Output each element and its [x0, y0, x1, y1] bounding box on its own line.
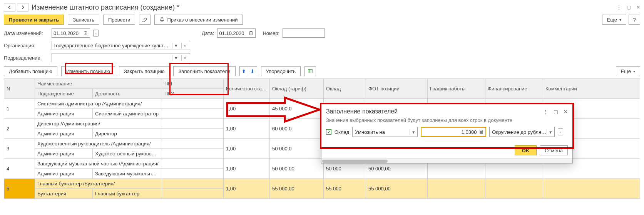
- calculator-icon[interactable]: 🖩: [479, 129, 484, 135]
- print-order-label: Приказ о внесении изменений: [167, 17, 238, 23]
- cell-qty: 1,00: [224, 99, 270, 119]
- cell-job: Главный бухгалтер: [93, 189, 162, 199]
- arrow-right-icon: [20, 5, 25, 10]
- date-change-input[interactable]: 01.10.2020 🗓: [52, 28, 90, 38]
- date-change-clear-button[interactable]: ▫: [93, 30, 99, 37]
- calendar-icon[interactable]: 🗓: [249, 30, 254, 36]
- window-more-icon[interactable]: ⋮: [617, 5, 621, 10]
- col-name: Наименование: [35, 79, 162, 89]
- move-buttons: ⬆ ⬇: [239, 66, 257, 76]
- chevron-down-icon[interactable]: ▾: [172, 43, 180, 48]
- operation-select[interactable]: Умножить на ▾: [352, 127, 418, 137]
- columns-icon: [308, 68, 313, 74]
- add-position-button[interactable]: Добавить позицию: [4, 66, 57, 76]
- popup-description: Значения выбранных показателей будут зап…: [326, 117, 568, 123]
- open-icon[interactable]: ▫: [181, 43, 188, 48]
- cell-qty: 1,00: [224, 139, 270, 159]
- paperclip-icon: [142, 17, 147, 22]
- cell-fot: 55 000,00: [366, 179, 428, 199]
- open-icon[interactable]: ▫: [181, 55, 188, 61]
- date-label: Дата:: [202, 30, 214, 36]
- toolbar-more-label: Еще: [607, 17, 617, 23]
- col-fin: Финансирование: [485, 79, 543, 99]
- chevron-down-icon: ▾: [410, 129, 415, 135]
- svg-rect-3: [308, 70, 313, 73]
- cell-tariff: 50 000,00: [270, 159, 324, 179]
- dept-input[interactable]: ▾▫: [52, 53, 190, 62]
- col-n: N: [4, 79, 35, 99]
- attach-button[interactable]: [139, 15, 151, 25]
- dept-label: Подразделение:: [4, 55, 49, 61]
- edit-position-button[interactable]: Изменить позицию: [61, 66, 115, 76]
- cell-job: Заведующий музыкальной ...: [93, 169, 162, 179]
- col-pku: ПКУ: [162, 89, 224, 99]
- date-value: 01.10.2020: [219, 30, 244, 36]
- chevron-down-icon[interactable]: ▾: [172, 55, 180, 61]
- cell-dept: Администрация: [35, 149, 93, 159]
- cell-qty: 1,00: [224, 119, 270, 139]
- fill-indicators-button[interactable]: Заполнить показатели: [173, 66, 235, 76]
- print-order-button[interactable]: Приказ о внесении изменений: [154, 15, 243, 25]
- cell-n: 4: [4, 159, 35, 179]
- cell-pkg: [162, 179, 224, 189]
- table-row[interactable]: 5Главный бухгалтер /Бухгалтерия/1,0055 0…: [4, 179, 640, 189]
- sort-button[interactable]: Упорядочить: [261, 66, 301, 76]
- cell-name: Директор /Администрация/: [35, 119, 162, 129]
- cell-name: Заведующий музыкальной частью /Администр…: [35, 159, 162, 169]
- post-button[interactable]: Провести: [103, 15, 135, 25]
- rounding-select[interactable]: Округление до рубля в бол ▾: [489, 127, 555, 137]
- columns-settings-button[interactable]: [304, 66, 316, 76]
- close-position-button[interactable]: Закрыть позицию: [119, 66, 170, 76]
- popup-scrollbar[interactable]: [321, 158, 572, 163]
- move-down-button[interactable]: ⬇: [248, 67, 257, 76]
- cell-pku: [162, 189, 224, 199]
- post-and-close-button[interactable]: Провести и закрыть: [4, 15, 64, 25]
- nav-back-button[interactable]: [4, 3, 15, 12]
- rounding-clear-button[interactable]: ▫: [558, 128, 563, 135]
- cell-pkg: [162, 99, 224, 109]
- help-button[interactable]: ?: [629, 15, 640, 25]
- move-up-button[interactable]: ⬆: [240, 67, 248, 76]
- col-qty: Количество ставок: [224, 79, 270, 99]
- cell-name: Главный бухгалтер /Бухгалтерия/: [35, 179, 162, 189]
- popup-title: Заполнение показателей: [326, 108, 398, 115]
- org-input[interactable]: Государственное бюджетное учреждение кул…: [52, 41, 190, 50]
- popup-ok-button[interactable]: OK: [515, 145, 537, 155]
- oklad-checkbox[interactable]: ✓: [326, 129, 331, 135]
- cell-tariff: 50 000,0: [270, 139, 324, 159]
- popup-close-icon[interactable]: ✕: [564, 109, 568, 115]
- popup-maximize-icon[interactable]: ▢: [554, 109, 558, 115]
- cell-tariff: 60 000,0: [270, 119, 324, 139]
- number-input[interactable]: [283, 28, 325, 38]
- window-close-icon[interactable]: ✕: [636, 5, 640, 10]
- cell-qty: 1,00: [224, 179, 270, 199]
- fill-indicators-popup: Заполнение показателей ⋮ ▢ ✕ Значения вы…: [321, 104, 573, 163]
- save-button[interactable]: Записать: [68, 15, 99, 25]
- cell-fin: [485, 179, 543, 199]
- multiplier-input[interactable]: 1,0300 🖩: [421, 127, 486, 137]
- cell-tariff: 55 000,00: [270, 179, 324, 199]
- col-fot: ФОТ позиции: [366, 79, 428, 99]
- col-pkg: ПКГ: [162, 79, 224, 89]
- window-new-icon[interactable]: ▢: [627, 5, 631, 10]
- nav-forward-button[interactable]: [17, 3, 28, 12]
- tablebar-more-button[interactable]: Еще ▾: [616, 66, 640, 76]
- popup-cancel-button[interactable]: Отмена: [540, 145, 568, 155]
- cell-pkg: [162, 159, 224, 169]
- calendar-icon[interactable]: 🗓: [83, 30, 88, 36]
- arrow-left-icon: [7, 5, 12, 10]
- cell-n: 3: [4, 139, 35, 159]
- cell-pkg: [162, 139, 224, 149]
- rounding-value: Округление до рубля в бол: [492, 129, 547, 135]
- svg-rect-1: [161, 18, 163, 19]
- date-change-label: Дата изменений:: [4, 30, 49, 36]
- cell-sched: [428, 179, 485, 199]
- popup-more-icon[interactable]: ⋮: [543, 109, 548, 115]
- date-input[interactable]: 01.10.2020 🗓: [217, 28, 256, 38]
- toolbar-more-button[interactable]: Еще ▾: [602, 15, 626, 25]
- printer-icon: [159, 17, 165, 22]
- col-dept: Подразделение: [35, 89, 93, 99]
- cell-qty: 1,00: [224, 159, 270, 179]
- date-change-value: 01.10.2020: [54, 30, 79, 36]
- cell-job: Художественный руководит...: [93, 149, 162, 159]
